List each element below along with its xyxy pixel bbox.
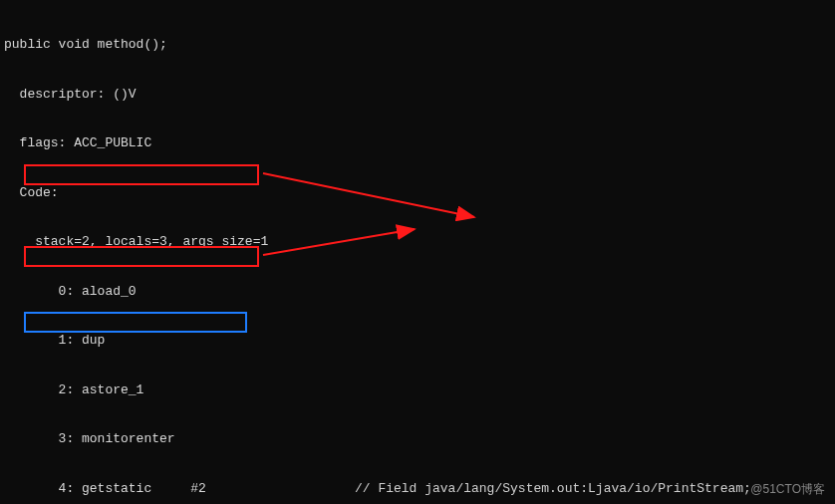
code-line: 4: getstatic #2 <box>4 481 355 498</box>
code-line: 1: dup <box>4 333 105 350</box>
bytecode-listing: public void method(); descriptor: ()V fl… <box>0 0 835 504</box>
code-line: descriptor: ()V <box>4 87 137 104</box>
code-line: stack=2, locals=3, args_size=1 <box>4 234 268 251</box>
watermark: @51CTO博客 <box>750 481 825 498</box>
code-line: 0: aload_0 <box>4 284 137 301</box>
code-line: Code: <box>4 185 59 202</box>
code-comment: // Field java/lang/System.out:Ljava/io/P… <box>355 481 751 498</box>
code-line: 2: astore_1 <box>4 382 143 399</box>
code-line: flags: ACC_PUBLIC <box>4 135 151 152</box>
code-line: 3: monitorenter <box>4 431 175 448</box>
code-line: public void method(); <box>4 37 167 54</box>
